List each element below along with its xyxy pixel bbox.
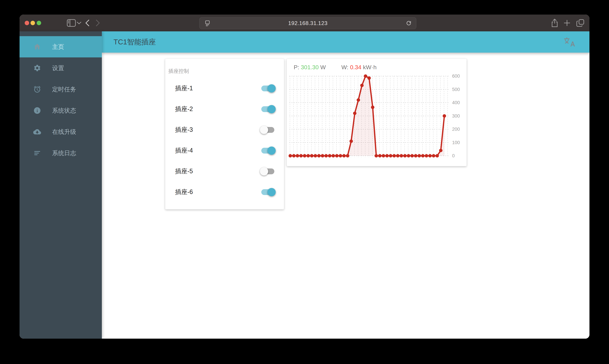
toggle-thumb (260, 167, 268, 175)
data-point (425, 154, 428, 157)
data-point (432, 154, 435, 157)
socket-toggle-插座-6-on[interactable] (260, 188, 275, 196)
socket-label: 插座-6 (175, 188, 193, 196)
data-point (428, 154, 432, 157)
data-point (385, 154, 389, 157)
translate-icon[interactable] (563, 37, 575, 48)
data-point (299, 154, 303, 157)
sidebar-item-设置[interactable]: 设置 (20, 57, 102, 79)
sidebar-item-在线升级[interactable]: 在线升级 (20, 121, 102, 143)
zoom-window-button[interactable] (37, 21, 41, 25)
share-icon[interactable] (547, 14, 562, 31)
socket-row: 插座-6 (165, 182, 284, 202)
sidebar-nav: 主页设置定时任务系统状态在线升级系统日志 (20, 31, 102, 339)
data-point (339, 154, 342, 157)
y-axis-tick-label: 200 (452, 127, 460, 132)
data-point (353, 112, 357, 115)
socket-label: 插座-5 (175, 167, 193, 175)
sidebar-item-系统状态[interactable]: 系统状态 (20, 100, 102, 121)
data-point (349, 140, 353, 143)
socket-row: 插座-1 (165, 78, 284, 99)
data-point (292, 154, 296, 157)
sidebar-item-label: 系统状态 (52, 107, 76, 115)
socket-toggle-插座-3-off[interactable] (260, 126, 275, 134)
new-tab-icon[interactable] (561, 14, 573, 31)
log-lines-icon (33, 149, 41, 157)
y-axis-tick-label: 400 (452, 100, 460, 105)
data-point (443, 114, 446, 118)
data-point (321, 154, 324, 157)
sidebar-item-label: 在线升级 (52, 128, 76, 136)
data-point (357, 98, 360, 102)
reload-icon[interactable] (406, 20, 412, 26)
data-point (296, 154, 299, 157)
data-point (389, 154, 392, 157)
data-point (314, 154, 317, 157)
y-axis-tick-label: 500 (452, 87, 460, 92)
desktop: 192.168.31.123 (0, 0, 609, 364)
y-axis-tick-label: 100 (452, 140, 460, 145)
data-point (335, 154, 339, 157)
data-point (317, 154, 321, 157)
cloud-download-icon (33, 128, 41, 136)
y-axis-tick-label: 300 (452, 114, 460, 118)
y-axis-tick-label: 600 (452, 74, 460, 79)
close-window-button[interactable] (25, 21, 29, 25)
socket-toggle-插座-4-on[interactable] (260, 146, 275, 155)
y-axis-tick-label: 0 (452, 153, 455, 158)
data-point (306, 154, 310, 157)
browser-window: 192.168.31.123 (20, 14, 589, 339)
socket-label: 插座-4 (175, 146, 193, 155)
socket-label: 插座-1 (175, 84, 193, 92)
data-point (303, 154, 306, 157)
alarm-clock-icon (33, 85, 41, 93)
sidebar-item-系统日志[interactable]: 系统日志 (20, 143, 102, 164)
browser-toolbar: 192.168.31.123 (20, 14, 589, 31)
toggle-thumb (267, 84, 276, 92)
chevron-down-icon[interactable] (75, 14, 83, 31)
data-point (396, 154, 399, 157)
socket-row: 插座-5 (165, 161, 284, 182)
socket-row: 插座-2 (165, 99, 284, 119)
sidebar-item-定时任务[interactable]: 定时任务 (20, 79, 102, 100)
sidebar-item-label: 定时任务 (52, 85, 76, 93)
info-icon (33, 107, 41, 115)
tab-overview-icon[interactable] (573, 14, 587, 31)
data-point (360, 84, 364, 87)
socket-label: 插座-2 (175, 105, 193, 113)
url-text: 192.168.31.123 (288, 20, 328, 26)
data-point (407, 154, 410, 157)
toggle-thumb (267, 188, 276, 196)
toggle-thumb (260, 126, 268, 134)
data-point (382, 154, 385, 157)
forward-icon[interactable] (93, 14, 103, 31)
data-point (375, 154, 378, 157)
page-title: TC1智能插座 (114, 37, 156, 47)
data-point (346, 154, 349, 157)
toggle-thumb (267, 146, 276, 155)
data-point (364, 74, 367, 78)
sidebar-item-主页[interactable]: 主页 (20, 36, 102, 57)
data-point (328, 154, 331, 157)
minimize-window-button[interactable] (30, 21, 35, 25)
data-point (410, 154, 414, 157)
data-point (371, 105, 374, 109)
app-header: TC1智能插座 (102, 31, 589, 52)
address-bar[interactable]: 192.168.31.123 (199, 17, 416, 29)
data-point (342, 154, 346, 157)
socket-toggle-插座-5-off[interactable] (260, 167, 275, 175)
socket-toggle-插座-2-on[interactable] (260, 105, 275, 113)
socket-row: 插座-3 (165, 119, 284, 140)
socket-card-title: 插座控制 (168, 68, 189, 75)
socket-toggle-插座-1-on[interactable] (260, 84, 275, 92)
data-point (289, 154, 292, 157)
sidebar-item-label: 主页 (52, 43, 64, 51)
data-point (392, 154, 396, 157)
data-point (403, 154, 407, 157)
data-point (436, 154, 439, 157)
data-point (331, 154, 335, 157)
socket-row: 插座-4 (165, 140, 284, 161)
home-icon (33, 43, 41, 51)
main-area: TC1智能插座 插座控制 插座-1插座-2插座-3插座-4 (102, 31, 589, 339)
back-icon[interactable] (83, 14, 92, 31)
